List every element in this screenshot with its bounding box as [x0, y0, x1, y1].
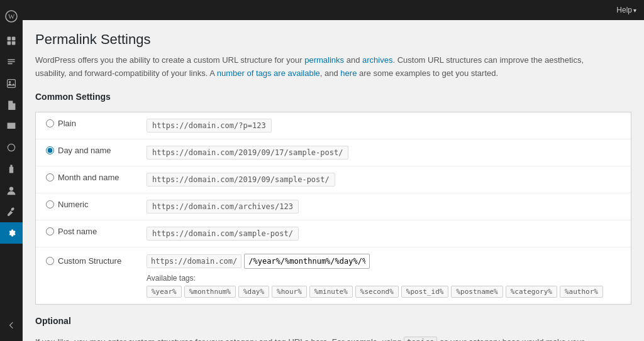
tag-post-id[interactable]: %post_id% — [401, 286, 449, 298]
month-name-text: Month and name — [58, 173, 119, 182]
sidebar-item-collapse[interactable] — [0, 315, 23, 336]
app-wrapper: W — [0, 0, 644, 341]
plain-label: Plain — [46, 119, 147, 128]
tag-day[interactable]: %day% — [238, 286, 269, 298]
permalinks-link[interactable]: permalinks — [304, 55, 344, 65]
tag-minute[interactable]: %minute% — [309, 286, 353, 298]
post-name-radio[interactable] — [46, 227, 54, 235]
tag-monthnum[interactable]: %monthnum% — [184, 286, 236, 298]
day-name-label: Day and name — [46, 146, 147, 155]
archives-link[interactable]: archives — [362, 55, 392, 65]
sidebar-item-media[interactable] — [0, 73, 23, 94]
month-name-radio-label[interactable]: Month and name — [46, 173, 119, 182]
sidebar-item-settings[interactable] — [0, 222, 23, 244]
svg-rect-2 — [8, 37, 11, 41]
page-description: WordPress offers you the ability to crea… — [35, 54, 601, 80]
tag-second[interactable]: %second% — [355, 286, 399, 298]
day-name-row: Day and name https://domain.com/2019/09/… — [36, 139, 631, 166]
plain-url-preview: https://domain.com/?p=123 — [147, 119, 272, 133]
custom-value: https://domain.com/ Available tags: %yea… — [147, 254, 621, 298]
svg-point-9 — [9, 187, 13, 190]
main-area: Help Permalink Settings WordPress offers… — [23, 0, 644, 341]
tag-postname[interactable]: %postname% — [451, 286, 502, 298]
sidebar-item-users[interactable] — [0, 180, 23, 201]
sidebar-item-plugins[interactable] — [0, 158, 23, 180]
custom-radio[interactable] — [46, 257, 54, 265]
month-name-row: Month and name https://domain.com/2019/0… — [36, 166, 631, 193]
tag-hour[interactable]: %hour% — [272, 286, 307, 298]
topics-code: topics — [404, 337, 437, 341]
numeric-url: https://domain.com/archives/123 — [147, 200, 621, 214]
day-name-text: Day and name — [58, 146, 111, 155]
common-settings-heading: Common Settings — [35, 92, 631, 104]
day-name-url-preview: https://domain.com/2019/09/17/sample-pos… — [147, 146, 348, 160]
content-area: Permalink Settings WordPress offers you … — [23, 20, 644, 341]
custom-structure-label: Custom Structure — [46, 254, 147, 266]
numeric-radio-label[interactable]: Numeric — [46, 200, 88, 209]
day-name-radio[interactable] — [46, 146, 54, 154]
plain-radio-label[interactable]: Plain — [46, 119, 76, 128]
post-name-row: Post name https://domain.com/sample-post… — [36, 220, 631, 247]
day-name-url: https://domain.com/2019/09/17/sample-pos… — [147, 146, 621, 160]
custom-structure-input[interactable] — [244, 254, 370, 269]
optional-heading: Optional — [35, 316, 631, 328]
numeric-radio[interactable] — [46, 200, 54, 208]
svg-rect-3 — [12, 37, 16, 41]
svg-point-7 — [9, 81, 11, 83]
day-name-radio-label[interactable]: Day and name — [46, 146, 111, 155]
here-link[interactable]: here — [340, 68, 357, 78]
plain-text: Plain — [58, 119, 76, 128]
custom-radio-label[interactable]: Custom Structure — [46, 256, 121, 266]
optional-description: If you like, you may enter custom struct… — [35, 336, 601, 341]
svg-rect-6 — [8, 80, 16, 88]
post-name-radio-label[interactable]: Post name — [46, 227, 97, 236]
month-name-url: https://domain.com/2019/09/sample-post/ — [147, 173, 621, 187]
numeric-label: Numeric — [46, 200, 147, 209]
custom-url-wrapper: https://domain.com/ — [147, 254, 621, 269]
help-button[interactable]: Help — [616, 6, 636, 14]
sidebar-item-pages[interactable] — [0, 94, 23, 116]
custom-structure-row: Custom Structure https://domain.com/ Ava… — [36, 247, 631, 304]
numeric-url-preview: https://domain.com/archives/123 — [147, 200, 299, 214]
sidebar-item-comments[interactable] — [0, 116, 23, 137]
sidebar-item-dashboard[interactable] — [0, 30, 23, 51]
available-tags-label: Available tags: — [147, 274, 621, 283]
tags-list: %year% %monthnum% %day% %hour% %minute% … — [147, 286, 621, 298]
available-tags: Available tags: %year% %monthnum% %day% … — [147, 274, 621, 298]
common-settings-table: Plain https://domain.com/?p=123 Day a — [35, 112, 631, 305]
common-settings-section: Common Settings Plain https://domain.com… — [35, 92, 631, 305]
tag-year[interactable]: %year% — [147, 286, 182, 298]
post-name-label: Post name — [46, 227, 147, 236]
numeric-text: Numeric — [58, 200, 88, 209]
month-name-label: Month and name — [46, 173, 147, 182]
custom-text: Custom Structure — [58, 256, 121, 266]
post-name-url-preview: https://domain.com/sample-post/ — [147, 227, 299, 241]
svg-point-8 — [8, 144, 14, 151]
plain-radio[interactable] — [46, 119, 54, 127]
sidebar-item-posts[interactable] — [0, 51, 23, 73]
top-bar: Help — [23, 0, 644, 20]
tag-category[interactable]: %category% — [506, 286, 557, 298]
sidebar: W — [0, 0, 23, 341]
post-name-url: https://domain.com/sample-post/ — [147, 227, 621, 241]
custom-url-base: https://domain.com/ — [147, 254, 242, 268]
month-name-url-preview: https://domain.com/2019/09/sample-post/ — [147, 173, 335, 187]
page-title: Permalink Settings — [35, 31, 631, 48]
plain-row: Plain https://domain.com/?p=123 — [36, 112, 631, 139]
sidebar-item-tools[interactable] — [0, 201, 23, 222]
tag-author[interactable]: %author% — [560, 286, 603, 298]
svg-text:W: W — [8, 13, 15, 20]
svg-rect-4 — [8, 41, 11, 45]
optional-section: Optional If you like, you may enter cust… — [35, 316, 631, 341]
post-name-text: Post name — [58, 227, 97, 236]
sidebar-item-appearance[interactable] — [0, 137, 23, 158]
tags-available-link[interactable]: number of tags are available — [217, 68, 320, 78]
wp-logo: W — [0, 5, 23, 28]
numeric-row: Numeric https://domain.com/archives/123 — [36, 193, 631, 220]
plain-url: https://domain.com/?p=123 — [147, 119, 621, 133]
month-name-radio[interactable] — [46, 173, 54, 181]
svg-rect-5 — [12, 41, 16, 45]
